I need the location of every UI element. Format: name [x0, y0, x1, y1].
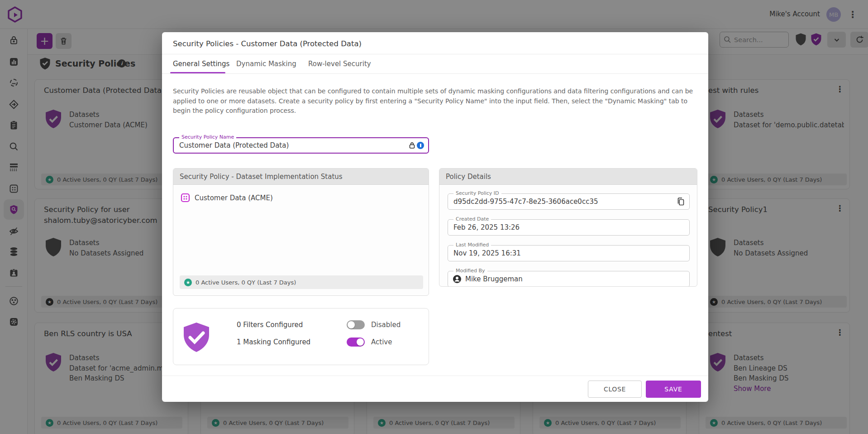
tab-dynamic-masking[interactable]: Dynamic Masking	[236, 60, 296, 68]
app-root: Mike's Account MB ⋮	[0, 0, 868, 434]
modal-description: Security Policies are reusable object th…	[173, 87, 700, 116]
field-value: Mike Bruggeman	[465, 271, 523, 287]
security-policy-modal: Security Policies - Customer Data (Prote…	[162, 32, 708, 402]
implementation-panel-title: Security Policy - Dataset Implementation…	[173, 169, 429, 185]
modal-footer-divider	[162, 376, 708, 376]
created-date-field: Created Date Feb 26, 2025 13:26	[448, 219, 690, 236]
dataset-name: Customer Data (ACME)	[195, 194, 273, 202]
security-policy-name-field: Security Policy Name	[173, 137, 429, 154]
security-policy-name-input[interactable]	[179, 138, 378, 153]
implementation-status-panel: Security Policy - Dataset Implementation…	[173, 168, 429, 296]
modal-title: Security Policies - Customer Data (Prote…	[173, 39, 362, 48]
masking-state-label: Active	[371, 338, 392, 346]
security-policy-name-label: Security Policy Name	[179, 134, 236, 140]
tab-row-level-security[interactable]: Row-level Security	[308, 60, 371, 68]
save-button[interactable]: SAVE	[646, 381, 701, 398]
filters-state-label: Disabled	[371, 321, 401, 329]
active-users-badge: ★ 0 Active Users, 0 QY (Last 7 Days)	[180, 275, 423, 289]
policy-status-card: 0 Filters Configured Disabled 1 Masking …	[173, 308, 429, 365]
copy-icon[interactable]	[676, 197, 686, 207]
person-icon	[453, 275, 462, 284]
filters-toggle[interactable]	[347, 320, 365, 329]
modified-by-field: Modified By Mike Bruggeman	[448, 271, 690, 287]
policy-details-title: Policy Details	[439, 169, 697, 185]
input-addon-icons	[409, 142, 424, 149]
big-shield-check-icon	[181, 321, 212, 354]
tabs-divider	[162, 73, 708, 74]
tab-general-settings[interactable]: General Settings	[173, 60, 229, 68]
security-policy-id-field: Security Policy ID d95dc2dd-9755-47c7-8e…	[448, 193, 690, 210]
field-value: Feb 26, 2025 13:26	[453, 220, 520, 235]
close-button[interactable]: CLOSE	[588, 381, 642, 398]
field-value: d95dc2dd-9755-47c7-8e25-3606ace0cc35	[453, 194, 598, 209]
policy-details-panel: Policy Details Security Policy ID d95dc2…	[439, 168, 697, 287]
lock-autofill-icon[interactable]	[409, 142, 415, 149]
field-value: Nov 19, 2025 16:31	[453, 246, 521, 261]
dataset-icon	[181, 193, 190, 203]
password-manager-icon[interactable]	[417, 142, 424, 149]
star-icon: ★	[184, 279, 192, 286]
dataset-row[interactable]: Customer Data (ACME)	[181, 193, 273, 203]
masking-configured-label: 1 Masking Configured	[237, 338, 310, 346]
modal-title-divider	[162, 54, 708, 54]
last-modified-field: Last Modified Nov 19, 2025 16:31	[448, 245, 690, 261]
filters-configured-label: 0 Filters Configured	[237, 321, 303, 329]
masking-toggle[interactable]	[347, 338, 365, 347]
